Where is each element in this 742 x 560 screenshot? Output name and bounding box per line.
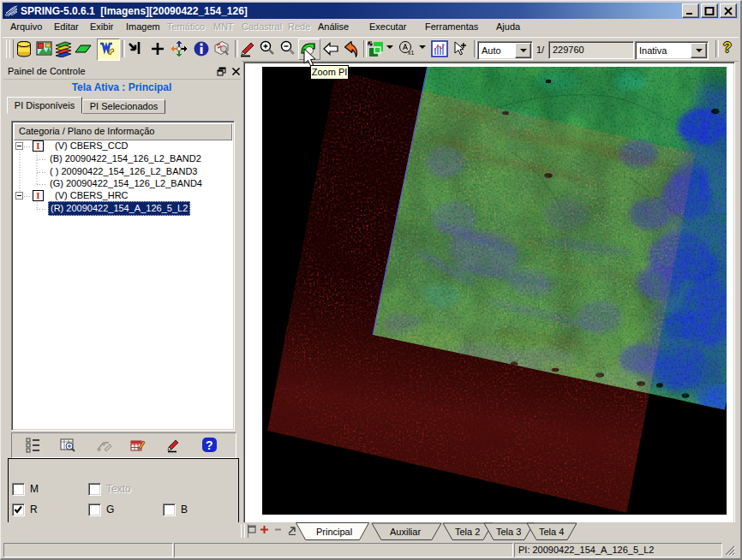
svg-text:Principal: Principal bbox=[316, 527, 352, 537]
svg-text:x1: x1 bbox=[408, 50, 415, 56]
svg-text:Tela 2: Tela 2 bbox=[455, 527, 480, 537]
svg-text:Tela 4: Tela 4 bbox=[539, 527, 564, 537]
svg-text:?: ? bbox=[206, 438, 213, 452]
svg-text:Tela 3: Tela 3 bbox=[496, 527, 521, 537]
svg-text:Auxiliar: Auxiliar bbox=[390, 527, 421, 537]
